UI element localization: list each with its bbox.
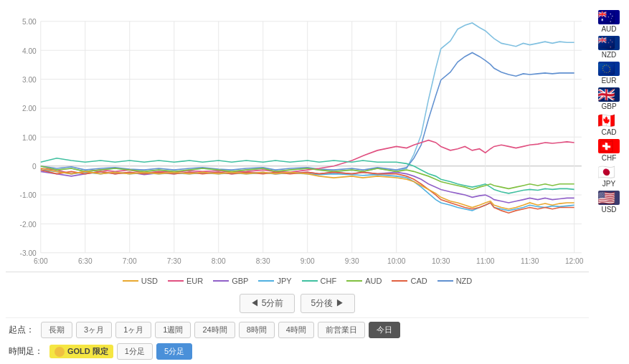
legend-aud: AUD [346, 277, 382, 285]
jpy-legend-label: JPY [277, 277, 291, 285]
svg-text:-2.00: -2.00 [20, 219, 37, 228]
cad-legend-line [392, 280, 407, 282]
aud-flag [598, 10, 620, 24]
svg-text:6:00: 6:00 [34, 257, 48, 265]
tf-btn-1month[interactable]: 1ヶ月 [115, 322, 151, 338]
svg-text:5.00: 5.00 [22, 17, 37, 26]
legend-chf: CHF [302, 277, 337, 285]
usd-label: USD [601, 206, 616, 214]
sidebar-item-gbp[interactable]: GBP [598, 87, 620, 110]
nzd-label: NZD [602, 51, 617, 59]
cad-label: CAD [601, 128, 616, 136]
svg-text:10:00: 10:00 [387, 257, 406, 265]
svg-text:1.00: 1.00 [22, 133, 37, 141]
svg-text:8:30: 8:30 [256, 257, 270, 265]
interval-1min[interactable]: 1分足 [117, 343, 153, 360]
svg-text:0: 0 [32, 162, 37, 171]
svg-text:11:30: 11:30 [521, 257, 539, 265]
chart-svg: 5.00 4.00 3.00 2.00 1.00 0 -1.00 -2.00 -… [6, 6, 589, 272]
usd-legend-line [123, 280, 138, 282]
chf-label: CHF [602, 154, 617, 162]
legend-nzd: NZD [438, 277, 473, 285]
sidebar-item-chf[interactable]: CHF [598, 139, 620, 162]
chf-legend-label: CHF [321, 277, 337, 285]
gbp-legend-label: GBP [232, 277, 248, 285]
usd-legend-label: USD [141, 277, 158, 285]
tf-btn-prevday[interactable]: 前営業日 [318, 322, 365, 338]
aud-label: AUD [601, 25, 616, 33]
prev-button[interactable]: ◀ 5分前 [240, 294, 294, 313]
timeframe-row: 起点： 長期 3ヶ月 1ヶ月 1週間 24時間 8時間 4時間 前営業日 今日 [6, 317, 589, 340]
svg-text:6:30: 6:30 [78, 257, 93, 265]
sidebar-item-cad[interactable]: CAD [598, 113, 620, 136]
svg-text:9:00: 9:00 [301, 257, 315, 265]
svg-text:9:30: 9:30 [345, 257, 359, 265]
sidebar-item-usd[interactable]: USD [598, 191, 620, 214]
sidebar-item-eur[interactable]: EUR [598, 62, 620, 85]
tf-btn-today[interactable]: 今日 [369, 322, 400, 338]
svg-text:11:00: 11:00 [476, 257, 495, 265]
cad-flag [598, 113, 620, 128]
cad-legend-label: CAD [410, 277, 427, 285]
interval-5min[interactable]: 5分足 [156, 343, 192, 360]
sidebar-item-aud[interactable]: AUD [598, 10, 620, 33]
eur-flag [598, 62, 620, 76]
chf-flag [598, 139, 620, 153]
legend-gbp: GBP [213, 277, 248, 285]
aud-legend-line [346, 280, 362, 282]
aud-legend-label: AUD [365, 277, 382, 285]
timeframe-label: 起点： [9, 324, 34, 336]
svg-text:2.00: 2.00 [22, 104, 37, 112]
gbp-legend-line [213, 280, 229, 282]
nav-buttons: ◀ 5分前 5分後 ▶ [6, 289, 589, 317]
interval-label: 時間足： [9, 345, 43, 358]
svg-text:10:30: 10:30 [432, 257, 450, 265]
interval-row: 時間足： GOLD 限定 1分足 5分足 [6, 340, 589, 364]
eur-legend-label: EUR [186, 277, 203, 285]
gold-badge: GOLD 限定 [49, 345, 113, 358]
tf-btn-24h[interactable]: 24時間 [194, 322, 235, 338]
chart-container: 5.00 4.00 3.00 2.00 1.00 0 -1.00 -2.00 -… [6, 6, 589, 272]
nzd-flag [598, 36, 620, 50]
usd-flag [598, 191, 620, 205]
jpy-label: JPY [602, 180, 615, 188]
legend-cad: CAD [392, 277, 427, 285]
tf-btn-4h[interactable]: 4時間 [278, 322, 314, 338]
sidebar-item-jpy[interactable]: JPY [598, 165, 620, 188]
eur-label: EUR [601, 77, 616, 85]
tf-btn-3month[interactable]: 3ヶ月 [76, 322, 112, 338]
svg-text:3.00: 3.00 [22, 75, 37, 84]
sidebar-item-nzd[interactable]: NZD [598, 36, 620, 59]
chf-legend-line [302, 280, 318, 282]
nzd-legend-line [438, 280, 453, 282]
chart-legend: USD EUR GBP JPY CHF AUD [6, 272, 589, 289]
jpy-legend-line [258, 280, 274, 282]
currency-sidebar: AUD NZD EUR GBP CAD CHF JPY USD [589, 6, 629, 364]
legend-usd: USD [123, 277, 158, 285]
nzd-legend-label: NZD [456, 277, 473, 285]
tf-btn-1week[interactable]: 1週間 [155, 322, 191, 338]
legend-eur: EUR [168, 277, 203, 285]
eur-legend-line [168, 280, 184, 282]
gold-label: GOLD 限定 [67, 346, 108, 357]
svg-text:7:00: 7:00 [123, 257, 137, 265]
svg-text:12:00: 12:00 [565, 257, 584, 265]
legend-jpy: JPY [258, 277, 291, 285]
svg-text:-1.00: -1.00 [20, 191, 37, 199]
jpy-flag [598, 165, 620, 179]
svg-text:8:00: 8:00 [212, 257, 226, 265]
svg-text:7:30: 7:30 [167, 257, 181, 265]
gbp-label: GBP [601, 102, 616, 110]
tf-btn-longterm[interactable]: 長期 [41, 322, 72, 338]
gbp-flag [598, 87, 620, 102]
next-button[interactable]: 5分後 ▶ [301, 294, 355, 313]
svg-text:4.00: 4.00 [22, 46, 37, 54]
gold-icon [55, 347, 65, 357]
tf-btn-8h[interactable]: 8時間 [239, 322, 275, 338]
